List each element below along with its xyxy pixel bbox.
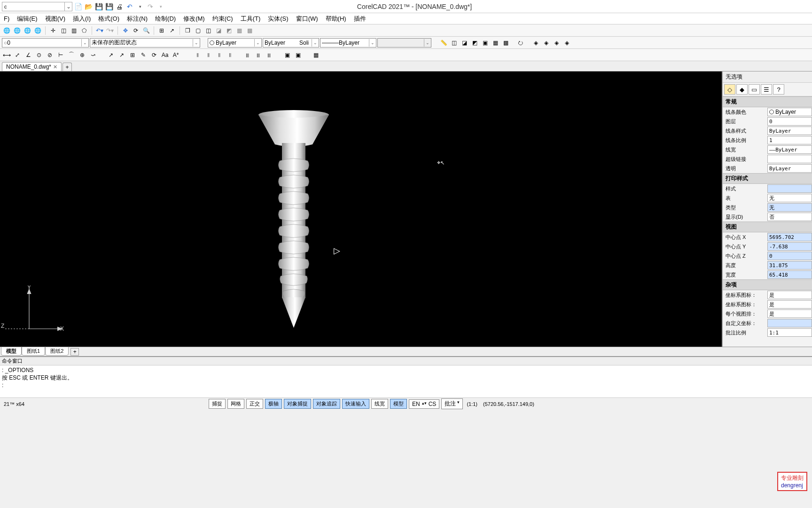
prop-table-value[interactable]: 无 bbox=[767, 194, 812, 202]
face4-icon[interactable]: ▣ bbox=[480, 38, 490, 48]
prop-linecolor-value[interactable]: ByLayer bbox=[767, 108, 812, 116]
filter-icon[interactable]: ☰ bbox=[761, 84, 772, 95]
block3-icon[interactable]: ▦ bbox=[311, 50, 320, 60]
status-snap[interactable]: 捕捉 bbox=[209, 399, 226, 409]
chevron-down-icon[interactable]: ⌄ bbox=[254, 39, 261, 47]
face5-icon[interactable]: ▦ bbox=[491, 38, 500, 48]
crosshair-icon[interactable]: ✛ bbox=[48, 26, 58, 35]
section-general[interactable]: 常规 bbox=[723, 96, 812, 107]
menu-file[interactable]: F) bbox=[0, 14, 13, 24]
hidden-icon[interactable]: ▦ bbox=[234, 26, 244, 35]
iso-nw-icon[interactable]: ◈ bbox=[562, 38, 571, 48]
menu-draw[interactable]: 绘制(D) bbox=[151, 13, 180, 24]
extra-combo[interactable]: ⌄ bbox=[377, 38, 431, 48]
layout-tab-sheet2[interactable]: 图纸2 bbox=[45, 347, 69, 356]
chevron-down-icon[interactable]: ⌄ bbox=[193, 39, 199, 47]
prop-centerz-value[interactable]: 0 bbox=[767, 252, 812, 260]
menu-constraint[interactable]: 约束(C) bbox=[209, 13, 237, 24]
zoom-icon[interactable]: 🔍 bbox=[141, 26, 151, 35]
dim-edit-icon[interactable]: ✎ bbox=[139, 50, 148, 60]
status-annoscale[interactable]: 批注▾ bbox=[441, 398, 463, 409]
prop-centery-value[interactable]: -7.638 bbox=[767, 242, 812, 251]
align2-icon[interactable]: ⫴ bbox=[203, 50, 213, 60]
status-ortho[interactable]: 正交 bbox=[246, 399, 263, 409]
add-layout-button[interactable]: + bbox=[70, 348, 79, 356]
dim-style-icon[interactable]: Aa bbox=[160, 50, 170, 60]
print-icon[interactable]: 🖨 bbox=[115, 2, 124, 11]
prop-lineweight-value[interactable]: ——ByLayer bbox=[767, 145, 812, 154]
command-history[interactable]: : _OPTIONS 按 ESC 或 ENTER 键退出。 : bbox=[0, 365, 812, 397]
menu-solid[interactable]: 实体(S) bbox=[264, 13, 292, 24]
menu-plugins[interactable]: 插件 bbox=[350, 13, 370, 24]
close-icon[interactable]: ✕ bbox=[53, 64, 57, 70]
orbit-icon[interactable]: ⭮ bbox=[516, 38, 525, 48]
stack-icon[interactable]: ▥ bbox=[69, 26, 78, 35]
dim-aligned-icon[interactable]: ⤢ bbox=[13, 50, 22, 60]
cube-outline-icon[interactable]: ◫ bbox=[59, 26, 68, 35]
iso-ne-icon[interactable]: ◈ bbox=[552, 38, 561, 48]
linetype-combo[interactable]: ByLayerSoli⌄ bbox=[263, 38, 319, 48]
mleader-icon[interactable]: ↗ bbox=[117, 50, 126, 60]
prop-style-value[interactable] bbox=[767, 184, 812, 193]
chevron-down-icon[interactable]: ⌄ bbox=[424, 39, 430, 47]
prop-centerx-value[interactable]: 5695.702 bbox=[767, 233, 812, 241]
face3-icon[interactable]: ◩ bbox=[470, 38, 479, 48]
block2-icon[interactable]: ▣ bbox=[293, 50, 303, 60]
document-tab[interactable]: NONAME_0.dwg* ✕ bbox=[2, 62, 62, 71]
align1-icon[interactable]: ⫴ bbox=[193, 50, 202, 60]
iso-sw-icon[interactable]: ◈ bbox=[531, 38, 540, 48]
undo2-icon[interactable]: ↶▾ bbox=[95, 26, 104, 35]
status-grid[interactable]: 网格 bbox=[227, 399, 244, 409]
face2-icon[interactable]: ◪ bbox=[460, 38, 469, 48]
layout-tab-model[interactable]: 模型 bbox=[1, 347, 22, 356]
tolerance-icon[interactable]: ⊞ bbox=[128, 50, 137, 60]
open-file-icon[interactable]: 📂 bbox=[84, 2, 93, 11]
ruler-icon[interactable]: 📏 bbox=[439, 38, 448, 48]
layer-state-combo[interactable]: 未保存的图层状态⌄ bbox=[90, 38, 200, 48]
color-combo[interactable]: ByLayer⌄ bbox=[208, 38, 262, 48]
menu-dimension[interactable]: 标注(N) bbox=[123, 13, 151, 24]
layout-tab-sheet1[interactable]: 图纸1 bbox=[22, 347, 45, 356]
new-tab-button[interactable]: + bbox=[62, 63, 72, 71]
menu-modify[interactable]: 修改(M) bbox=[180, 13, 209, 24]
block1-icon[interactable]: ▣ bbox=[282, 50, 292, 60]
dim-center-icon[interactable]: ⊕ bbox=[78, 50, 87, 60]
save-icon[interactable]: 💾 bbox=[94, 2, 103, 11]
dist1-icon[interactable]: ⫼ bbox=[243, 50, 252, 60]
prop-pervp-value[interactable]: 是 bbox=[767, 310, 812, 318]
wireframe-icon[interactable]: ◫ bbox=[203, 26, 213, 35]
viewport[interactable]: ⌖↖ ▷ Y X Z bbox=[0, 71, 722, 347]
help-icon[interactable]: ? bbox=[773, 84, 784, 95]
section-view[interactable]: 视图 bbox=[723, 222, 812, 232]
dim-linear-icon[interactable]: ⟷ bbox=[2, 50, 11, 60]
iso-se-icon[interactable]: ◈ bbox=[541, 38, 551, 48]
prop-width-value[interactable]: 65.418 bbox=[767, 270, 812, 279]
prop-height-value[interactable]: 31.875 bbox=[767, 261, 812, 270]
globe-off-icon[interactable]: 🌐 bbox=[33, 26, 42, 35]
face1-icon[interactable]: ◫ bbox=[449, 38, 459, 48]
prop-linescale-value[interactable]: 1 bbox=[767, 136, 812, 144]
dim-angular-icon[interactable]: ∠ bbox=[23, 50, 33, 60]
menu-window[interactable]: 窗口(W) bbox=[292, 13, 322, 24]
dim-diameter-icon[interactable]: ⊘ bbox=[45, 50, 55, 60]
layer-combo[interactable]: ○ 0⌄ bbox=[2, 38, 89, 48]
align3-icon[interactable]: ⫴ bbox=[214, 50, 224, 60]
prop-linestyle-value[interactable]: ByLayer bbox=[767, 127, 812, 135]
move-icon[interactable]: ✥ bbox=[121, 26, 130, 35]
menu-edit[interactable]: 编辑(E) bbox=[13, 13, 41, 24]
menu-help[interactable]: 帮助(H) bbox=[322, 13, 350, 24]
shaded-edges-icon[interactable]: ◩ bbox=[224, 26, 234, 35]
status-dyn[interactable]: 快速输入 bbox=[342, 399, 369, 409]
saveall-icon[interactable]: 💾 bbox=[104, 2, 114, 11]
chevron-down-icon[interactable]: ⌄ bbox=[81, 39, 88, 47]
qat-combo[interactable]: c ⌄ bbox=[2, 2, 72, 11]
prop-layer-value[interactable]: 0 bbox=[767, 117, 812, 126]
command-prompt[interactable]: : bbox=[2, 381, 810, 389]
box-icon[interactable]: ▢ bbox=[193, 26, 203, 35]
leader-icon[interactable]: ↗ bbox=[106, 50, 116, 60]
dim-arc-icon[interactable]: ⌒ bbox=[67, 50, 76, 60]
chevron-down-icon[interactable]: ⌄ bbox=[64, 2, 72, 11]
new-file-icon[interactable]: 📄 bbox=[73, 2, 83, 11]
menu-tools[interactable]: 工具(T) bbox=[237, 13, 265, 24]
redo2-icon[interactable]: ↷▾ bbox=[105, 26, 115, 35]
